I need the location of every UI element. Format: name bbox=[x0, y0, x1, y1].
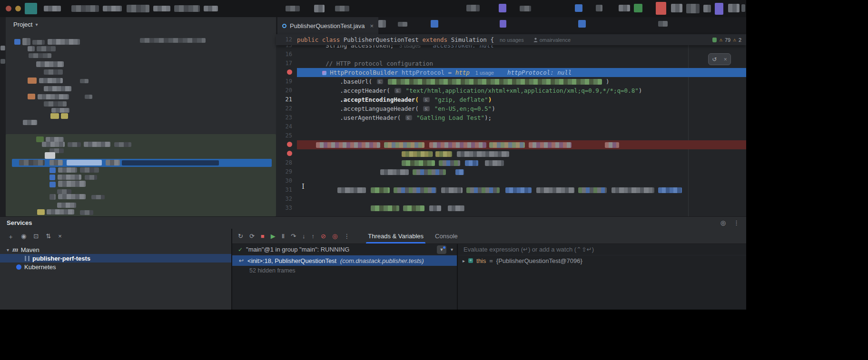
line-number[interactable]: 33 bbox=[276, 204, 297, 213]
redacted-code bbox=[402, 151, 433, 157]
code-line-22[interactable]: 22 .acceptLanguageHeader( s: "en-US,en;q… bbox=[276, 104, 746, 113]
close-icon[interactable]: × bbox=[724, 56, 727, 63]
line-number[interactable]: 24 bbox=[276, 122, 297, 131]
code-line-16[interactable]: 16 bbox=[276, 50, 746, 59]
breakpoint-icon[interactable] bbox=[287, 142, 292, 147]
chevron-down-icon[interactable]: ▾ bbox=[7, 247, 9, 253]
close-window-button[interactable] bbox=[6, 6, 11, 11]
view-breakpoints-icon[interactable]: ◎ bbox=[332, 233, 337, 240]
step-over-icon[interactable]: ↷ bbox=[291, 233, 296, 240]
tree-item-publisher-perf-tests[interactable]: publisher-perf-tests bbox=[0, 254, 231, 263]
line-number[interactable]: 22 bbox=[276, 104, 297, 113]
stop-icon[interactable]: ■ bbox=[261, 233, 265, 240]
spacer bbox=[572, 146, 605, 147]
thread-selector[interactable]: ✓ "main"@1 in group "main": RUNNING ▼ ▾ bbox=[232, 244, 457, 255]
crosshair-icon[interactable]: ◎ bbox=[720, 219, 726, 226]
breakpoint-gutter[interactable] bbox=[276, 149, 297, 158]
open-in-editor-icon[interactable]: ⊡ bbox=[33, 233, 39, 241]
chevron-right-icon[interactable]: ▸ bbox=[463, 258, 465, 263]
line-number[interactable]: 29 bbox=[276, 167, 297, 176]
project-panel-header[interactable]: Project ▾ bbox=[6, 17, 276, 31]
tab-console[interactable]: Console bbox=[429, 229, 464, 243]
code-line-18[interactable]: HttpProtocolBuilder httpProtocol = http1… bbox=[276, 68, 746, 77]
code-line-25[interactable]: 25 bbox=[276, 131, 746, 140]
project-tool-window: Project ▾ bbox=[6, 17, 276, 216]
pause-icon[interactable]: Ⅱ bbox=[282, 233, 285, 240]
breakpoint-gutter[interactable] bbox=[276, 68, 297, 77]
tab-threads-variables[interactable]: Threads & Variables bbox=[362, 229, 429, 243]
code-line-20[interactable]: 20 .acceptHeader( s: "text/html,applicat… bbox=[276, 86, 746, 95]
show-options-icon[interactable]: ◉ bbox=[21, 233, 26, 241]
stack-frame-item[interactable]: ↩ <init>:18, PublisherQuestionTest (com.… bbox=[232, 255, 457, 266]
resume-icon[interactable]: ▶ bbox=[271, 233, 276, 240]
step-into-icon[interactable]: ↓ bbox=[302, 233, 306, 240]
redacted-code bbox=[612, 187, 654, 193]
code-token-pln: ) bbox=[639, 87, 642, 94]
code-token-pln bbox=[297, 78, 340, 85]
redacted-code bbox=[429, 205, 441, 211]
add-icon[interactable]: ＋ bbox=[8, 233, 14, 241]
breakpoint-gutter[interactable] bbox=[276, 140, 297, 149]
line-number[interactable]: 19 bbox=[276, 77, 297, 86]
line-number[interactable]: 30 bbox=[276, 176, 297, 185]
code-line-33[interactable]: 33 bbox=[276, 204, 746, 213]
line-number[interactable]: 28 bbox=[276, 158, 297, 167]
more-icon[interactable]: ⋮ bbox=[733, 219, 740, 226]
code-token-pln: ) bbox=[492, 105, 495, 112]
chevron-down-icon[interactable]: ▾ bbox=[451, 247, 453, 252]
code-line-31[interactable]: 31 bbox=[276, 185, 746, 195]
variable-this[interactable]: ▸ this = {PublisherQuestionTest@7096} bbox=[458, 255, 746, 266]
code-line-29[interactable]: 29 bbox=[276, 167, 746, 176]
evaluate-expression-input[interactable]: Evaluate expression (↵) or add a watch (… bbox=[458, 244, 746, 255]
code-line-21[interactable]: 21 .acceptEncodingHeader( s: "gzip, defl… bbox=[276, 95, 746, 104]
code-line-30[interactable]: 30 bbox=[276, 176, 746, 185]
code-line-27[interactable] bbox=[276, 149, 746, 158]
breakpoint-icon[interactable] bbox=[287, 151, 292, 156]
mute-breakpoints-icon[interactable]: ⊘ bbox=[321, 233, 326, 240]
editor-overlay-widget[interactable]: ↺ × bbox=[708, 53, 731, 65]
code-line-23[interactable]: 23 .userAgentHeader( s: "Gatling Load Te… bbox=[276, 113, 746, 122]
tab-publisherquestiontest-java[interactable]: PublisherQuestionTest.java × bbox=[277, 17, 378, 34]
line-number[interactable]: 20 bbox=[276, 86, 297, 95]
refresh-icon[interactable]: ↺ bbox=[712, 56, 717, 63]
breakpoint-icon[interactable] bbox=[287, 69, 292, 75]
more-icon[interactable]: ⋮ bbox=[344, 233, 350, 240]
code-line-32[interactable]: 32 bbox=[276, 195, 746, 204]
code-line-28[interactable]: 28 bbox=[276, 158, 746, 167]
line-number[interactable]: 16 bbox=[276, 50, 297, 59]
redacted-code bbox=[536, 187, 574, 193]
code-line-17[interactable]: 17 // HTTP protocol configuration bbox=[276, 59, 746, 68]
tree-item-maven[interactable]: ▾ m Maven bbox=[0, 245, 231, 254]
line-number[interactable]: 21 bbox=[276, 95, 297, 104]
line-number[interactable]: 32 bbox=[276, 195, 297, 204]
redacted-code bbox=[388, 79, 602, 85]
code-line-26[interactable] bbox=[276, 140, 746, 149]
minimize-window-button[interactable] bbox=[15, 6, 21, 11]
line-number[interactable]: 25 bbox=[276, 131, 297, 140]
rerun-failed-icon[interactable]: ⟳ bbox=[249, 233, 255, 240]
line-number[interactable]: 17 bbox=[276, 59, 297, 68]
chevron-down-icon[interactable]: ▾ bbox=[35, 22, 38, 27]
code-token-pln: = bbox=[448, 69, 455, 76]
expand-all-icon[interactable]: ⇅ bbox=[46, 233, 51, 241]
code-text bbox=[297, 204, 746, 213]
close-tab-icon[interactable]: × bbox=[370, 22, 374, 29]
code-line-19[interactable]: 19 .baseUrl( s: ) bbox=[276, 77, 746, 86]
tree-item-kubernetes[interactable]: Kubernetes bbox=[0, 263, 231, 271]
inspections-widget[interactable]: ⚠ 79 ⚠ 2 bbox=[712, 34, 741, 45]
rerun-icon[interactable]: ↻ bbox=[238, 233, 243, 240]
zoom-window-button[interactable] bbox=[25, 6, 30, 11]
debug-panel: ↻⟳■▶Ⅱ↷↓↑⊘◎⋮ Threads & Variables Console … bbox=[231, 229, 746, 310]
code-token-str: "Gatling Load Test" bbox=[416, 114, 484, 121]
collapse-icon[interactable]: × bbox=[58, 233, 62, 241]
line-number[interactable]: 31 bbox=[276, 185, 297, 195]
code-editor[interactable]: 15 String accessToken;3 usagesaccessToke… bbox=[276, 41, 746, 216]
code-line-24[interactable]: 24 bbox=[276, 122, 746, 131]
code-text: .acceptEncodingHeader( s: "gzip, deflate… bbox=[297, 95, 746, 104]
line-number[interactable]: 23 bbox=[276, 113, 297, 122]
step-out-icon[interactable]: ↑ bbox=[311, 233, 315, 240]
spacer bbox=[463, 192, 466, 192]
code-token-str: "text/html,application/xhtml+xml,applica… bbox=[406, 87, 639, 94]
services-panel-header[interactable]: Services ◎⋮ bbox=[0, 216, 746, 229]
filter-frames-button[interactable]: ▼ bbox=[437, 245, 446, 254]
